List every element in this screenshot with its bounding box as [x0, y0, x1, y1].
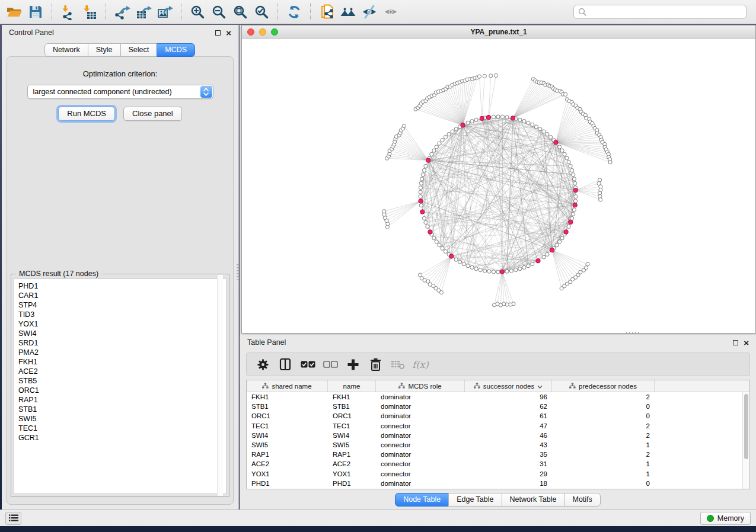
memory-status-icon	[707, 515, 714, 522]
result-list-scrollbar[interactable]	[217, 275, 223, 496]
select-all-checkboxes-icon[interactable]	[296, 354, 319, 374]
cell-successor-nodes: 43	[465, 441, 552, 448]
new-network-from-selection-icon[interactable]	[316, 2, 337, 22]
table-scrollbar[interactable]	[742, 392, 749, 489]
task-history-button[interactable]	[5, 512, 21, 525]
tab-network-table[interactable]: Network Table	[502, 493, 565, 507]
zoom-out-icon[interactable]	[208, 2, 229, 22]
tab-motifs[interactable]: Motifs	[564, 493, 600, 507]
attribute-type-icon	[398, 383, 405, 390]
delete-row-icon[interactable]	[364, 354, 387, 374]
zoom-fit-icon[interactable]	[229, 2, 251, 22]
tab-edge-table[interactable]: Edge Table	[448, 493, 502, 507]
search-icon	[578, 8, 586, 16]
table-body: FKH1FKH1dominator962STB1STB1dominator620…	[247, 392, 742, 489]
tab-style[interactable]: Style	[88, 43, 121, 57]
result-node-item[interactable]: PHD1	[18, 281, 226, 291]
window-minimize-icon[interactable]	[259, 28, 266, 36]
cell-name: ACE2	[328, 460, 376, 467]
panel-splitter-grip[interactable]	[237, 264, 239, 280]
result-node-item[interactable]: STB1	[18, 405, 226, 414]
result-node-item[interactable]: STP4	[18, 300, 226, 310]
result-node-item[interactable]: STB5	[18, 376, 226, 386]
result-node-item[interactable]: CAR1	[18, 291, 226, 300]
control-panel-title: Control Panel	[9, 28, 215, 37]
result-node-item[interactable]: RAP1	[18, 395, 226, 405]
import-table-icon[interactable]	[79, 2, 100, 22]
first-neighbors-icon[interactable]	[337, 2, 359, 22]
result-node-item[interactable]: TID3	[18, 310, 226, 319]
result-node-item[interactable]: SWI4	[18, 329, 226, 338]
save-session-icon[interactable]	[25, 2, 46, 22]
import-network-icon[interactable]	[58, 2, 79, 22]
cell-successor-nodes: 61	[465, 412, 552, 419]
cell-MCDS-role: dominator	[376, 451, 465, 458]
table-row[interactable]: YOX1YOX1connector291	[247, 469, 742, 479]
table-row[interactable]: SWI4SWI4dominator462	[247, 431, 742, 440]
export-image-icon[interactable]	[154, 2, 176, 22]
result-node-item[interactable]: PMA2	[18, 348, 226, 357]
network-view-window: YPA_prune.txt_1	[241, 25, 756, 334]
table-row[interactable]: PHD1PHD1dominator180	[247, 479, 742, 488]
table-row[interactable]: STB1STB1dominator620	[247, 402, 742, 411]
close-panel-icon[interactable]: ×	[226, 30, 231, 36]
window-close-icon[interactable]	[247, 28, 254, 36]
column-header-shared-name[interactable]: shared name	[247, 380, 328, 392]
refresh-view-icon[interactable]	[283, 2, 305, 22]
column-header-name[interactable]: name	[328, 380, 376, 392]
tab-node-table[interactable]: Node Table	[395, 493, 449, 507]
cell-MCDS-role: connector	[376, 422, 465, 430]
column-header-MCDS-role[interactable]: MCDS role	[376, 380, 465, 392]
cell-successor-nodes: 29	[465, 470, 552, 477]
run-mcds-button[interactable]: Run MCDS	[58, 107, 115, 121]
memory-button-label: Memory	[717, 514, 744, 523]
result-node-item[interactable]: FKH1	[18, 357, 226, 367]
mcds-result-list[interactable]: PHD1CAR1STP4TID3YOX1SWI4SRD1PMA2FKH1ACE2…	[14, 278, 227, 494]
unselect-all-checkboxes-icon[interactable]	[319, 354, 342, 374]
table-scrollbar-thumb[interactable]	[744, 394, 748, 459]
table-row[interactable]: RAP1RAP1dominator352	[247, 450, 742, 459]
tab-network[interactable]: Network	[44, 43, 88, 57]
open-folder-icon[interactable]	[4, 2, 25, 22]
column-header-predecessor-nodes[interactable]: predecessor nodes	[552, 380, 655, 392]
cell-shared-name: SWI5	[247, 441, 328, 448]
table-row[interactable]: TEC1TEC1connector472	[247, 421, 742, 431]
table-toolbar: f(x)	[246, 352, 750, 376]
table-row[interactable]: FKH1FKH1dominator962	[247, 392, 742, 402]
result-node-item[interactable]: ACE2	[18, 367, 226, 376]
column-header-successor-nodes[interactable]: successor nodes	[465, 380, 552, 392]
network-canvas[interactable]	[242, 39, 755, 333]
window-maximize-icon[interactable]	[271, 28, 278, 36]
export-table-icon[interactable]	[133, 2, 154, 22]
result-node-item[interactable]: SWI5	[18, 414, 226, 424]
hide-selected-icon[interactable]	[359, 2, 380, 22]
show-columns-icon[interactable]	[274, 354, 296, 374]
close-panel-button[interactable]: Close panel	[123, 107, 182, 121]
search-box[interactable]	[573, 5, 747, 19]
tab-select[interactable]: Select	[120, 43, 158, 57]
result-node-item[interactable]: GCR1	[18, 433, 226, 443]
network-graph[interactable]	[242, 39, 755, 333]
result-node-item[interactable]: TEC1	[18, 424, 226, 433]
add-row-icon[interactable]	[342, 354, 364, 374]
network-window-titlebar[interactable]: YPA_prune.txt_1	[242, 25, 755, 39]
table-row[interactable]: SWI5SWI5connector431	[247, 440, 742, 450]
table-row[interactable]: ACE2ACE2connector311	[247, 459, 742, 469]
float-window-icon[interactable]	[215, 30, 221, 36]
export-network-icon[interactable]	[111, 2, 133, 22]
memory-button[interactable]: Memory	[700, 512, 751, 525]
zoom-selected-icon[interactable]	[251, 2, 272, 22]
result-node-item[interactable]: YOX1	[18, 319, 226, 329]
search-input[interactable]	[589, 8, 742, 16]
table-settings-icon[interactable]	[251, 354, 274, 374]
zoom-in-icon[interactable]	[187, 2, 208, 22]
table-splitter-grip[interactable]	[626, 332, 639, 334]
show-all-icon[interactable]	[380, 2, 401, 22]
tab-mcds[interactable]: MCDS	[157, 43, 195, 57]
close-panel-icon[interactable]: ×	[744, 340, 749, 345]
table-row[interactable]: ORC1ORC1dominator610	[247, 411, 742, 421]
result-node-item[interactable]: ORC1	[18, 386, 226, 395]
result-node-item[interactable]: SRD1	[18, 338, 226, 348]
float-window-icon[interactable]	[733, 340, 738, 345]
optimization-criterion-dropdown[interactable]: largest connected component (undirected)	[27, 85, 213, 99]
